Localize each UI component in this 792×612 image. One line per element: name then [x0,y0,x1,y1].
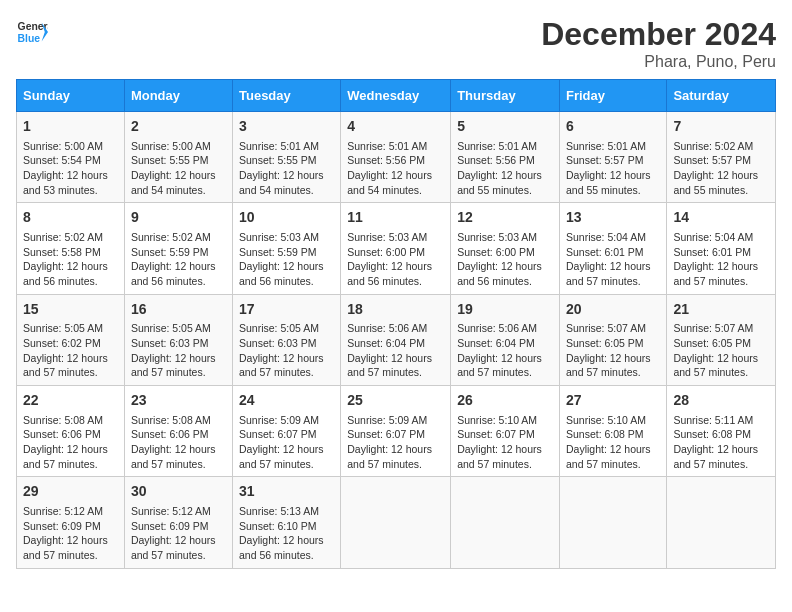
calendar-cell: 9Sunrise: 5:02 AMSunset: 5:59 PMDaylight… [124,203,232,294]
calendar-cell: 11Sunrise: 5:03 AMSunset: 6:00 PMDayligh… [341,203,451,294]
calendar-cell: 13Sunrise: 5:04 AMSunset: 6:01 PMDayligh… [559,203,666,294]
day-info: Sunrise: 5:01 AMSunset: 5:57 PMDaylight:… [566,139,660,198]
day-number: 1 [23,117,118,137]
day-info: Sunrise: 5:03 AMSunset: 6:00 PMDaylight:… [457,230,553,289]
calendar-week-3: 15Sunrise: 5:05 AMSunset: 6:02 PMDayligh… [17,294,776,385]
title-area: December 2024 Phara, Puno, Peru [541,16,776,71]
calendar-cell: 6Sunrise: 5:01 AMSunset: 5:57 PMDaylight… [559,112,666,203]
col-saturday: Saturday [667,80,776,112]
calendar-cell: 22Sunrise: 5:08 AMSunset: 6:06 PMDayligh… [17,386,125,477]
day-number: 28 [673,391,769,411]
day-info: Sunrise: 5:04 AMSunset: 6:01 PMDaylight:… [566,230,660,289]
day-info: Sunrise: 5:08 AMSunset: 6:06 PMDaylight:… [131,413,226,472]
day-number: 16 [131,300,226,320]
calendar-week-4: 22Sunrise: 5:08 AMSunset: 6:06 PMDayligh… [17,386,776,477]
day-number: 9 [131,208,226,228]
calendar-cell: 14Sunrise: 5:04 AMSunset: 6:01 PMDayligh… [667,203,776,294]
day-number: 17 [239,300,334,320]
calendar-cell: 25Sunrise: 5:09 AMSunset: 6:07 PMDayligh… [341,386,451,477]
day-info: Sunrise: 5:04 AMSunset: 6:01 PMDaylight:… [673,230,769,289]
day-info: Sunrise: 5:12 AMSunset: 6:09 PMDaylight:… [131,504,226,563]
calendar-cell: 16Sunrise: 5:05 AMSunset: 6:03 PMDayligh… [124,294,232,385]
day-number: 29 [23,482,118,502]
calendar-cell [667,477,776,568]
month-title: December 2024 [541,16,776,53]
day-number: 21 [673,300,769,320]
calendar-week-2: 8Sunrise: 5:02 AMSunset: 5:58 PMDaylight… [17,203,776,294]
day-info: Sunrise: 5:09 AMSunset: 6:07 PMDaylight:… [347,413,444,472]
day-info: Sunrise: 5:13 AMSunset: 6:10 PMDaylight:… [239,504,334,563]
day-info: Sunrise: 5:01 AMSunset: 5:56 PMDaylight:… [457,139,553,198]
location-title: Phara, Puno, Peru [541,53,776,71]
day-info: Sunrise: 5:12 AMSunset: 6:09 PMDaylight:… [23,504,118,563]
col-friday: Friday [559,80,666,112]
day-number: 7 [673,117,769,137]
calendar-week-5: 29Sunrise: 5:12 AMSunset: 6:09 PMDayligh… [17,477,776,568]
day-info: Sunrise: 5:09 AMSunset: 6:07 PMDaylight:… [239,413,334,472]
day-number: 30 [131,482,226,502]
day-info: Sunrise: 5:08 AMSunset: 6:06 PMDaylight:… [23,413,118,472]
calendar-cell: 30Sunrise: 5:12 AMSunset: 6:09 PMDayligh… [124,477,232,568]
calendar-cell: 18Sunrise: 5:06 AMSunset: 6:04 PMDayligh… [341,294,451,385]
calendar-cell: 4Sunrise: 5:01 AMSunset: 5:56 PMDaylight… [341,112,451,203]
calendar-cell: 20Sunrise: 5:07 AMSunset: 6:05 PMDayligh… [559,294,666,385]
col-monday: Monday [124,80,232,112]
calendar-cell: 21Sunrise: 5:07 AMSunset: 6:05 PMDayligh… [667,294,776,385]
logo: General Blue [16,16,48,48]
day-info: Sunrise: 5:06 AMSunset: 6:04 PMDaylight:… [347,321,444,380]
day-number: 25 [347,391,444,411]
day-number: 2 [131,117,226,137]
calendar-table: Sunday Monday Tuesday Wednesday Thursday… [16,79,776,569]
col-sunday: Sunday [17,80,125,112]
calendar-cell: 3Sunrise: 5:01 AMSunset: 5:55 PMDaylight… [232,112,340,203]
day-info: Sunrise: 5:07 AMSunset: 6:05 PMDaylight:… [566,321,660,380]
calendar-cell [341,477,451,568]
calendar-cell [559,477,666,568]
day-info: Sunrise: 5:06 AMSunset: 6:04 PMDaylight:… [457,321,553,380]
day-number: 15 [23,300,118,320]
calendar-body: 1Sunrise: 5:00 AMSunset: 5:54 PMDaylight… [17,112,776,569]
day-info: Sunrise: 5:03 AMSunset: 5:59 PMDaylight:… [239,230,334,289]
day-number: 24 [239,391,334,411]
logo-icon: General Blue [16,16,48,48]
day-number: 10 [239,208,334,228]
day-number: 18 [347,300,444,320]
col-tuesday: Tuesday [232,80,340,112]
day-info: Sunrise: 5:03 AMSunset: 6:00 PMDaylight:… [347,230,444,289]
col-thursday: Thursday [451,80,560,112]
day-number: 5 [457,117,553,137]
day-number: 31 [239,482,334,502]
calendar-cell: 26Sunrise: 5:10 AMSunset: 6:07 PMDayligh… [451,386,560,477]
calendar-cell: 23Sunrise: 5:08 AMSunset: 6:06 PMDayligh… [124,386,232,477]
day-number: 3 [239,117,334,137]
day-info: Sunrise: 5:05 AMSunset: 6:03 PMDaylight:… [239,321,334,380]
day-info: Sunrise: 5:10 AMSunset: 6:08 PMDaylight:… [566,413,660,472]
calendar-cell: 29Sunrise: 5:12 AMSunset: 6:09 PMDayligh… [17,477,125,568]
day-number: 27 [566,391,660,411]
calendar-cell: 2Sunrise: 5:00 AMSunset: 5:55 PMDaylight… [124,112,232,203]
day-number: 6 [566,117,660,137]
header-row: Sunday Monday Tuesday Wednesday Thursday… [17,80,776,112]
day-info: Sunrise: 5:10 AMSunset: 6:07 PMDaylight:… [457,413,553,472]
day-info: Sunrise: 5:07 AMSunset: 6:05 PMDaylight:… [673,321,769,380]
calendar-cell: 8Sunrise: 5:02 AMSunset: 5:58 PMDaylight… [17,203,125,294]
day-info: Sunrise: 5:02 AMSunset: 5:57 PMDaylight:… [673,139,769,198]
day-number: 12 [457,208,553,228]
day-number: 14 [673,208,769,228]
day-number: 20 [566,300,660,320]
day-info: Sunrise: 5:05 AMSunset: 6:02 PMDaylight:… [23,321,118,380]
day-info: Sunrise: 5:01 AMSunset: 5:56 PMDaylight:… [347,139,444,198]
header: General Blue December 2024 Phara, Puno, … [16,16,776,71]
calendar-cell: 28Sunrise: 5:11 AMSunset: 6:08 PMDayligh… [667,386,776,477]
svg-text:Blue: Blue [18,33,41,44]
calendar-cell: 24Sunrise: 5:09 AMSunset: 6:07 PMDayligh… [232,386,340,477]
day-info: Sunrise: 5:11 AMSunset: 6:08 PMDaylight:… [673,413,769,472]
day-number: 22 [23,391,118,411]
calendar-cell: 17Sunrise: 5:05 AMSunset: 6:03 PMDayligh… [232,294,340,385]
calendar-cell: 10Sunrise: 5:03 AMSunset: 5:59 PMDayligh… [232,203,340,294]
day-info: Sunrise: 5:05 AMSunset: 6:03 PMDaylight:… [131,321,226,380]
day-info: Sunrise: 5:01 AMSunset: 5:55 PMDaylight:… [239,139,334,198]
calendar-week-1: 1Sunrise: 5:00 AMSunset: 5:54 PMDaylight… [17,112,776,203]
calendar-cell: 7Sunrise: 5:02 AMSunset: 5:57 PMDaylight… [667,112,776,203]
col-wednesday: Wednesday [341,80,451,112]
